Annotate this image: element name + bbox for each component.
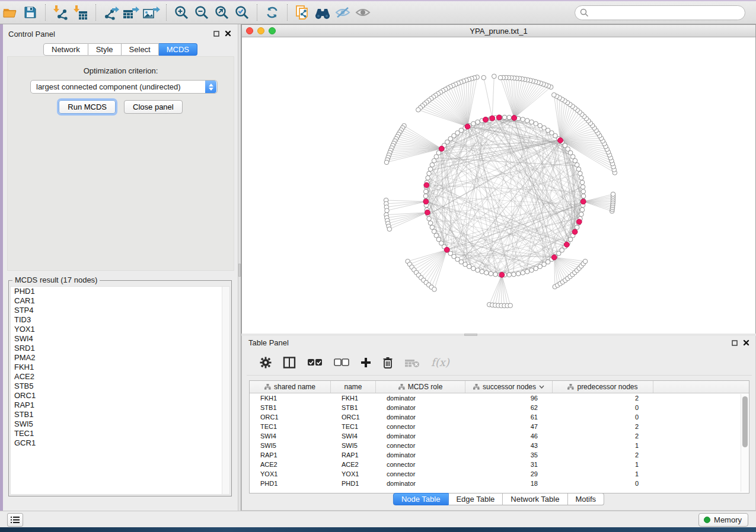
ring-node[interactable]: [476, 268, 480, 273]
ring-node[interactable]: [580, 180, 585, 185]
deselect-all-icon[interactable]: [334, 358, 349, 367]
ring-node[interactable]: [493, 272, 498, 277]
delete-column-icon[interactable]: [382, 357, 393, 368]
export-image-button[interactable]: [141, 4, 161, 21]
leaf-node[interactable]: [498, 75, 503, 80]
table-row[interactable]: SWI5SWI5connector431: [250, 441, 749, 450]
leaf-node[interactable]: [385, 209, 390, 213]
close-panel-button[interactable]: Close panel: [124, 100, 183, 114]
ring-node[interactable]: [507, 273, 512, 277]
ring-node[interactable]: [580, 207, 585, 212]
ring-node[interactable]: [484, 271, 489, 275]
hide-selection-button[interactable]: [333, 4, 353, 21]
mcds-hub-node[interactable]: [576, 219, 582, 225]
tab-network[interactable]: Network: [43, 43, 88, 56]
open-session-button[interactable]: [0, 4, 20, 21]
show-columns-icon[interactable]: [283, 357, 296, 368]
table-row[interactable]: TEC1TEC1connector472: [250, 422, 749, 431]
ring-node[interactable]: [480, 270, 484, 274]
ring-node[interactable]: [489, 271, 493, 276]
memory-button[interactable]: Memory: [698, 513, 748, 527]
ring-node[interactable]: [476, 120, 480, 124]
leaf-node[interactable]: [387, 227, 392, 232]
ring-node[interactable]: [507, 115, 512, 120]
ring-node[interactable]: [576, 167, 581, 172]
ring-node[interactable]: [428, 221, 433, 226]
ring-node[interactable]: [575, 225, 579, 230]
ring-node[interactable]: [579, 212, 584, 217]
ring-node[interactable]: [529, 120, 534, 124]
ring-node[interactable]: [430, 225, 435, 230]
table-row[interactable]: PHD1PHD1dominator180: [250, 479, 749, 488]
result-node[interactable]: PHD1: [11, 287, 229, 296]
result-node[interactable]: STB5: [11, 382, 229, 391]
mcds-hub-node[interactable]: [512, 116, 517, 121]
zoom-in-button[interactable]: [171, 4, 192, 21]
table-settings-gear-icon[interactable]: [260, 357, 272, 368]
mcds-hub-node[interactable]: [572, 229, 578, 235]
add-column-icon[interactable]: [361, 357, 371, 368]
ring-node[interactable]: [580, 185, 585, 190]
ring-node[interactable]: [423, 189, 428, 194]
mcds-hub-node[interactable]: [490, 116, 495, 121]
leaf-node[interactable]: [583, 259, 588, 264]
mcds-hub-node[interactable]: [551, 255, 557, 260]
leaf-node[interactable]: [384, 160, 389, 165]
ring-node[interactable]: [428, 167, 433, 172]
ring-node[interactable]: [427, 216, 432, 221]
leaf-node[interactable]: [492, 74, 497, 79]
result-node[interactable]: RAP1: [11, 400, 229, 410]
column-header-shared-name[interactable]: shared name: [250, 381, 331, 393]
leaf-node[interactable]: [508, 303, 513, 308]
table-row[interactable]: YOX1YOX1connector291: [250, 469, 749, 479]
table-row[interactable]: RAP1RAP1dominator352: [250, 450, 749, 460]
ring-node[interactable]: [502, 115, 507, 120]
export-table-button[interactable]: [121, 4, 141, 21]
ring-node[interactable]: [471, 121, 476, 126]
result-node[interactable]: CAR1: [11, 296, 229, 306]
ring-node[interactable]: [426, 176, 430, 181]
column-header-predecessor-nodes[interactable]: predecessor nodes: [553, 381, 653, 393]
select-all-icon[interactable]: [307, 358, 323, 367]
zoom-selected-button[interactable]: [232, 4, 252, 21]
splitter-grip[interactable]: [238, 264, 241, 277]
tab-node-table[interactable]: Node Table: [393, 493, 449, 505]
mcds-hub-node[interactable]: [558, 138, 563, 143]
result-node[interactable]: TEC1: [11, 429, 229, 438]
search-input[interactable]: [575, 5, 745, 20]
ring-node[interactable]: [578, 171, 583, 176]
tab-edge-table[interactable]: Edge Table: [448, 493, 503, 505]
result-node[interactable]: YOX1: [11, 325, 229, 334]
ring-node[interactable]: [534, 266, 538, 271]
zoom-fit-button[interactable]: [212, 4, 232, 21]
ring-node[interactable]: [525, 270, 529, 274]
zoom-out-button[interactable]: [192, 4, 212, 21]
mcds-hub-node[interactable]: [425, 210, 430, 215]
ring-node[interactable]: [512, 272, 516, 277]
ring-node[interactable]: [521, 117, 525, 122]
mcds-hub-node[interactable]: [499, 273, 505, 278]
result-node[interactable]: ORC1: [11, 391, 229, 400]
refresh-button[interactable]: [262, 4, 282, 21]
result-node[interactable]: TID3: [11, 315, 229, 325]
close-panel-icon[interactable]: [743, 339, 749, 346]
result-node[interactable]: GCR1: [11, 438, 229, 448]
result-node[interactable]: SWI5: [11, 419, 229, 429]
result-node[interactable]: STB1: [11, 410, 229, 419]
import-network-button[interactable]: [50, 4, 71, 21]
ring-node[interactable]: [471, 266, 476, 271]
run-mcds-button[interactable]: Run MCDS: [59, 100, 116, 114]
ring-node[interactable]: [581, 189, 586, 194]
mcds-hub-node[interactable]: [483, 117, 488, 123]
result-node[interactable]: ACE2: [11, 372, 229, 382]
mcds-hub-node[interactable]: [564, 242, 569, 247]
column-header-successor-nodes[interactable]: successor nodes: [465, 381, 553, 393]
ring-node[interactable]: [575, 163, 579, 168]
float-panel-icon[interactable]: [732, 340, 738, 346]
tab-network-table[interactable]: Network Table: [503, 493, 567, 505]
mcds-hub-node[interactable]: [439, 146, 444, 152]
result-node[interactable]: SWI4: [11, 334, 229, 344]
import-table-button[interactable]: [71, 4, 91, 21]
tab-select[interactable]: Select: [122, 43, 159, 56]
mcds-hub-node[interactable]: [580, 199, 586, 204]
